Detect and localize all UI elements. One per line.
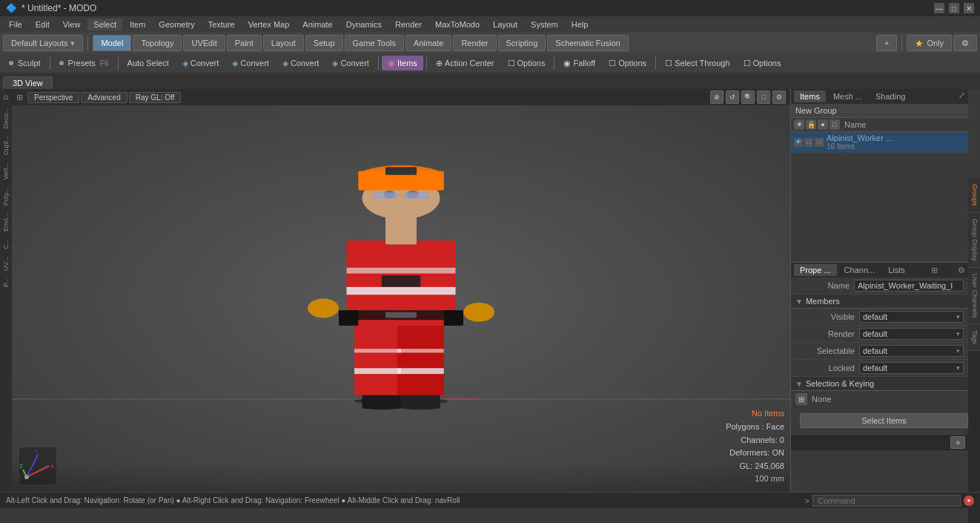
menu-texture[interactable]: Texture (202, 19, 241, 30)
select-items-button[interactable]: Select Items (800, 413, 968, 428)
visible-dropdown[interactable]: default ▾ (859, 311, 964, 323)
name-input[interactable] (854, 280, 964, 292)
tab-mesh[interactable]: Mesh ... (827, 91, 868, 102)
maximize-button[interactable]: □ (949, 3, 959, 13)
expand-panel-button[interactable]: ⤢ (959, 91, 965, 102)
keying-icon[interactable]: ⊞ (795, 393, 807, 405)
convert-button1[interactable]: ◈ Convert (176, 56, 225, 70)
perspective-button[interactable]: Perspective (27, 92, 79, 103)
vp-rotate-btn[interactable]: ↺ (726, 91, 739, 104)
falloff-button[interactable]: ◉ Falloff (557, 56, 601, 70)
tab-layout[interactable]: Layout (263, 35, 304, 51)
action-center-button[interactable]: ⊕ Action Center (430, 56, 500, 70)
menu-help[interactable]: Help (566, 19, 595, 30)
tab-lists[interactable]: Lists (882, 264, 911, 276)
close-button[interactable]: ✕ (964, 3, 974, 13)
menu-dynamics[interactable]: Dynamics (340, 19, 388, 30)
convert-button2[interactable]: ◈ Convert (226, 56, 275, 70)
menu-select[interactable]: Select (87, 19, 122, 30)
render-dropdown[interactable]: default ▾ (859, 328, 964, 340)
menu-vertex-map[interactable]: Vertex Map (242, 19, 296, 30)
tab-topology[interactable]: Topology (133, 35, 182, 51)
scene-viewport[interactable] (12, 105, 790, 492)
tab-model[interactable]: Model (93, 35, 131, 51)
advanced-button[interactable]: Advanced (81, 92, 127, 103)
item-render-icon[interactable]: □ (815, 138, 824, 147)
tab-uvedit[interactable]: UVEdit (183, 35, 225, 51)
vp-zoom-btn[interactable]: 🔍 (741, 91, 755, 104)
menu-geometry[interactable]: Geometry (153, 19, 200, 30)
props-settings-button[interactable]: ⚙ (958, 266, 965, 275)
eye-icon[interactable]: 👁 (794, 119, 804, 130)
tab-paint[interactable]: Paint (227, 35, 262, 51)
default-layouts-button[interactable]: Default Layouts ▾ (3, 35, 83, 51)
menu-layout[interactable]: Layout (487, 19, 523, 30)
tab-items[interactable]: Items (794, 91, 826, 102)
auto-select-button[interactable]: Auto Select (122, 56, 175, 70)
add-tab-button[interactable]: + (876, 35, 897, 51)
sidebar-tab-envi[interactable]: Envi... (1, 210, 11, 234)
props-expand-button[interactable]: ⊞ (931, 266, 938, 275)
selection-keying-section[interactable]: ▼ Selection & Keying (791, 377, 968, 391)
locked-dropdown[interactable]: default ▾ (859, 362, 964, 374)
item-row-alpinist[interactable]: 👁 □ □ Alpinist_Worker ... 16 Items (791, 132, 968, 153)
options-button1[interactable]: ☐ Options (502, 56, 552, 70)
tab-animate[interactable]: Animate (405, 35, 451, 51)
vtab-user-channels[interactable]: User Channels (968, 268, 980, 325)
raygl-button[interactable]: Ray GL: Off (129, 92, 182, 103)
items-button[interactable]: ◉ Items (382, 56, 423, 70)
item-lock-icon[interactable]: □ (804, 138, 813, 147)
tab-game-tools[interactable]: Game Tools (345, 35, 405, 51)
menu-file[interactable]: File (3, 19, 28, 30)
sidebar-tab-c[interactable]: C... (1, 236, 11, 252)
sculpt-button[interactable]: Sculpt (3, 56, 47, 70)
sidebar-tab-p[interactable]: P... (1, 275, 11, 290)
tab-setup[interactable]: Setup (305, 35, 343, 51)
convert-button3[interactable]: ◈ Convert (277, 56, 325, 70)
vp-fit-btn[interactable]: □ (757, 91, 770, 104)
viewport-tab-main[interactable]: 3D View (3, 76, 53, 89)
selectable-dropdown[interactable]: default ▾ (859, 345, 964, 357)
render-icon[interactable]: ● (818, 119, 828, 130)
star-only-button[interactable]: ★ Only (907, 35, 952, 51)
vtab-group-display[interactable]: Group Display (968, 213, 980, 268)
titlebar-controls[interactable]: — □ ✕ (934, 3, 974, 13)
members-section[interactable]: ▼ Members (791, 295, 968, 309)
expand-button[interactable]: » (950, 436, 965, 449)
menu-edit[interactable]: Edit (30, 19, 56, 30)
convert-button4[interactable]: ◈ Convert (326, 56, 375, 70)
vp-move-btn[interactable]: ⊕ (710, 91, 724, 104)
tab-shading[interactable]: Shading (870, 91, 911, 102)
tab-scripting[interactable]: Scripting (498, 35, 546, 51)
new-group-bar[interactable]: New Group (791, 104, 968, 118)
tab-render[interactable]: Render (453, 35, 496, 51)
sidebar-tab-dupl[interactable]: Dupl... (1, 133, 11, 158)
expand-icon[interactable]: ⊞ (16, 93, 23, 102)
item-eye-icon[interactable]: 👁 (794, 138, 803, 147)
menu-view[interactable]: View (57, 19, 87, 30)
menu-render[interactable]: Render (389, 19, 428, 30)
vtab-groups[interactable]: Groups (968, 178, 980, 213)
settings-button[interactable]: ⚙ (953, 35, 977, 51)
vtab-tags[interactable]: Tags (968, 324, 980, 351)
options-button2[interactable]: ☐ Options (603, 56, 652, 70)
tab-properties[interactable]: Prope ... (794, 264, 837, 276)
tab-schematic-fusion[interactable]: Schematic Fusion (547, 35, 628, 51)
command-submit-button[interactable]: ● (964, 496, 974, 506)
menu-animate[interactable]: Animate (297, 19, 338, 30)
viewport[interactable]: ⊞ Perspective Advanced Ray GL: Off ⊕ ↺ 🔍… (12, 89, 790, 492)
vp-settings-btn[interactable]: ⚙ (772, 91, 786, 104)
options-button3[interactable]: ☐ Options (738, 56, 787, 70)
minimize-button[interactable]: — (934, 3, 944, 13)
menu-item[interactable]: Item (124, 19, 151, 30)
presets-button[interactable]: Presets F6 (53, 56, 115, 70)
select-through-button[interactable]: ☐ Select Through (659, 56, 735, 70)
sidebar-tab-deco[interactable]: Deco... (1, 105, 11, 132)
sidebar-tab-uv[interactable]: UV... (1, 254, 11, 274)
menu-maxtomodo[interactable]: MaxToModo (429, 19, 486, 30)
menu-system[interactable]: System (525, 19, 564, 30)
lock-icon[interactable]: 🔒 (806, 119, 816, 130)
command-input[interactable] (812, 495, 961, 507)
tab-channels[interactable]: Chann... (838, 264, 881, 276)
sidebar-tab-d[interactable]: D (1, 92, 11, 103)
